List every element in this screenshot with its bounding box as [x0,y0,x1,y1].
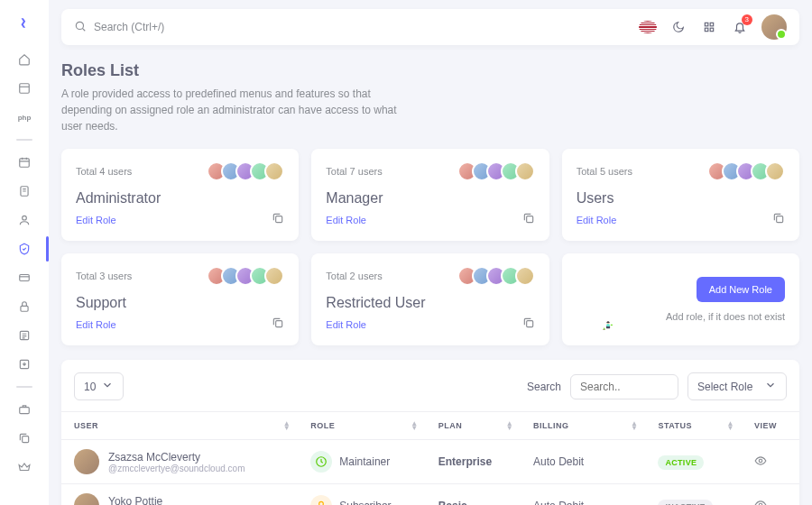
edit-role-link[interactable]: Edit Role [577,215,617,225]
app-logo[interactable] [12,11,37,36]
role-total-users: Total 4 users [76,166,132,177]
nav-home-icon[interactable] [9,47,40,72]
page-size-select[interactable]: 10 [74,372,124,400]
role-card: Total 2 users Restricted User Edit Role [311,253,549,345]
users-table: USER▲▼ ROLE▲▼ PLAN▲▼ BILLING▲▼ STATUS▲▼ … [61,411,799,505]
nav-notes-icon[interactable] [9,179,40,204]
copy-icon[interactable] [272,317,284,333]
user-name[interactable]: Zsazsa McCleverty [108,451,245,464]
apps-grid-icon[interactable] [700,18,718,36]
svg-point-28 [759,459,762,463]
svg-rect-16 [526,216,532,223]
role-name: Manager [326,190,534,207]
table-search-input[interactable] [570,374,678,399]
svg-rect-14 [710,28,714,32]
page-title: Roles List [61,61,799,80]
user-plan: Basic [438,500,467,505]
add-new-role-button[interactable]: Add New Role [697,277,785,302]
chevron-down-icon [764,379,777,394]
sort-icon: ▲▼ [283,421,291,430]
svg-rect-19 [526,321,532,327]
user-billing: Auto Debit [533,500,584,505]
avatar [515,161,535,181]
role-filter-select[interactable]: Select Role [687,372,787,400]
svg-rect-0 [20,84,30,94]
nav-calendar-icon[interactable] [9,150,40,175]
nav-php-icon[interactable]: php [9,105,40,130]
edit-role-link[interactable]: Edit Role [326,215,366,225]
status-badge: ACTIVE [658,455,704,470]
role-total-users: Total 7 users [326,166,382,177]
svg-rect-15 [276,216,282,223]
sort-icon: ▲▼ [506,421,513,430]
column-role[interactable]: ROLE▲▼ [298,412,426,440]
user-avatar[interactable] [761,14,787,40]
svg-rect-23 [610,325,612,326]
user-avatar [74,449,99,474]
main-content: Search (Ctrl+/) 3 Roles List A role prov… [49,0,812,505]
svg-rect-4 [20,275,30,281]
user-billing: Auto Debit [533,455,584,468]
avatar [765,161,785,181]
role-name: Restricted User [326,295,534,311]
add-role-card: Add New Role Add role, if it does not ex… [562,253,799,345]
svg-rect-5 [21,306,28,311]
nav-layout-icon[interactable] [9,76,40,101]
view-icon[interactable] [754,501,767,506]
nav-card-icon[interactable] [9,265,40,290]
copy-icon[interactable] [522,317,535,333]
nav-crown-icon[interactable] [9,454,40,480]
svg-point-24 [603,328,604,329]
copy-icon[interactable] [272,212,284,228]
subscriber-icon [310,495,332,505]
nav-list-icon[interactable] [9,323,40,348]
add-role-subtitle: Add role, if it does not exist [666,311,785,322]
view-icon[interactable] [754,457,767,470]
svg-rect-17 [777,216,783,223]
nav-user-icon[interactable] [9,207,40,233]
role-cards-grid: Total 4 users Administrator Edit Role To… [61,149,799,345]
edit-role-link[interactable]: Edit Role [76,215,116,225]
column-status[interactable]: STATUS▲▼ [645,412,742,440]
dark-mode-icon[interactable] [669,18,687,36]
nav-lock-icon[interactable] [9,294,40,319]
notifications-icon[interactable]: 3 [731,18,749,36]
edit-role-link[interactable]: Edit Role [326,319,366,330]
maintainer-icon [310,451,332,473]
users-table-card: 10 Search Select Role USER▲▼ ROLE▲▼ PLAN… [61,360,799,505]
column-user[interactable]: USER▲▼ [61,412,298,440]
column-plan[interactable]: PLAN▲▼ [426,412,521,440]
avatar [264,161,284,181]
copy-icon[interactable] [772,212,785,228]
table-row: Yoko Pottie @ypottiec@privacy.gov.au Sub… [61,484,799,506]
chevron-down-icon [101,379,114,394]
role-total-users: Total 2 users [326,271,382,281]
role-name: Users [577,190,785,207]
role-card: Total 7 users Manager Edit Role [311,149,549,241]
svg-rect-12 [710,23,714,26]
nav-download-icon[interactable] [9,352,40,377]
avatar [515,266,535,286]
avatar [264,266,284,286]
nav-briefcase-icon[interactable] [9,397,40,422]
role-total-users: Total 5 users [577,166,632,177]
nav-shield-icon[interactable] [9,236,40,262]
column-billing[interactable]: BILLING▲▼ [521,412,645,440]
edit-role-link[interactable]: Edit Role [76,319,116,330]
user-plan: Enterprise [438,455,492,468]
user-name[interactable]: Yoko Pottie [108,495,215,506]
role-total-users: Total 3 users [76,271,132,281]
language-flag-icon[interactable] [639,18,657,36]
column-view: VIEW [742,412,799,440]
table-controls: 10 Search Select Role [61,372,799,411]
role-avatar-group [457,161,535,181]
sort-icon: ▲▼ [411,421,418,430]
svg-rect-22 [606,324,610,326]
nav-copy-icon[interactable] [9,426,40,451]
role-name: Support [76,295,284,311]
sort-icon: ▲▼ [631,421,638,430]
copy-icon[interactable] [522,212,535,228]
table-row: Zsazsa McCleverty @zmcclevertye@soundclo… [61,440,799,484]
global-search[interactable]: Search (Ctrl+/) [74,20,639,35]
svg-rect-11 [705,23,708,26]
